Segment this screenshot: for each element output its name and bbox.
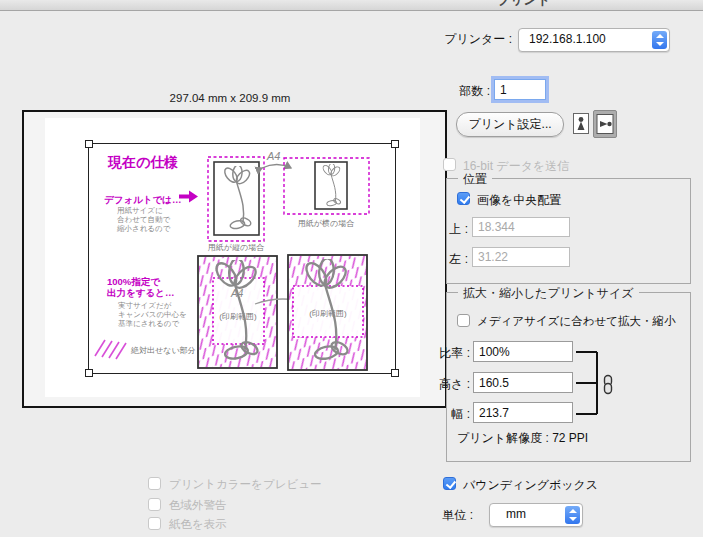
- printer-label: プリンター :: [420, 31, 512, 48]
- unit-dropdown[interactable]: mm: [489, 503, 583, 527]
- paper-dimensions-label: 297.04 mm x 209.9 mm: [90, 92, 370, 104]
- center-image-checkbox[interactable]: [457, 192, 470, 205]
- show-paper-white-label: 紙色を表示: [169, 517, 227, 532]
- bounding-box-label: バウンディングボックス: [463, 477, 598, 494]
- window-titlebar[interactable]: プリント: [0, 0, 703, 11]
- fit-media-label: メディアサイズに合わせて拡大・縮小: [477, 314, 675, 329]
- bbox-handle-bottom-right[interactable]: [391, 369, 399, 377]
- print-settings-button[interactable]: プリント設定...: [456, 112, 564, 137]
- bbox-handle-top-left[interactable]: [85, 140, 93, 148]
- sketch-note: 縮小されるので: [117, 224, 171, 233]
- sketch-print-area-right: (印刷範囲): [309, 309, 347, 318]
- sketch-note: 合わせて自動で: [117, 215, 171, 224]
- sketch-portrait-caption: 用紙が縦の場合: [208, 243, 264, 252]
- sketch-title: 現在の仕様: [107, 154, 178, 170]
- position-left-input[interactable]: [472, 247, 570, 267]
- bbox-handle-bottom-left[interactable]: [85, 369, 93, 377]
- sketch-landscape-caption: 用紙が横の場合: [298, 219, 354, 228]
- copies-input[interactable]: [494, 79, 546, 100]
- artwork-sketch: 現在の仕様 デフォルトでは… 用紙サイズに 合わせて自動で 縮小されるので 用紙…: [89, 144, 395, 373]
- unit-label: 単位 :: [425, 507, 473, 524]
- portrait-orientation-icon[interactable]: [572, 112, 590, 135]
- printer-value: 192.168.1.100: [529, 32, 606, 46]
- position-legend: 位置: [458, 171, 492, 188]
- sketch-note: キャンバスの中心を: [118, 310, 187, 319]
- printer-stepper-icon[interactable]: [652, 31, 667, 49]
- sketch-note: 実寸サイズだが: [118, 301, 172, 310]
- sketch-100-heading: 100%指定で: [107, 276, 161, 287]
- position-left-label: 左 :: [430, 251, 468, 268]
- scale-input[interactable]: [473, 341, 573, 362]
- copies-label: 部数 :: [430, 83, 490, 100]
- link-icon[interactable]: [601, 374, 615, 395]
- print-resolution-label: プリント解像度 : 72 PPI: [457, 430, 588, 447]
- preview-print-colors-label: プリントカラーをプレビュー: [169, 477, 321, 492]
- width-input[interactable]: [473, 402, 573, 423]
- height-input[interactable]: [473, 372, 573, 393]
- sketch-print-area-left: (印刷範囲): [219, 312, 257, 321]
- print-dialog: プリント 297.04 mm x 209.9 mm: [0, 0, 703, 537]
- printer-dropdown[interactable]: 192.168.1.100: [518, 28, 670, 52]
- sketch-hatch-caption: 絶対出せない部分: [130, 346, 196, 355]
- scaled-print-size-legend: 拡大・縮小したプリントサイズ: [458, 285, 639, 302]
- bounding-box-checkbox[interactable]: [443, 477, 456, 490]
- unit-value: mm: [506, 507, 526, 521]
- scale-label: 比率 :: [420, 345, 470, 362]
- unit-stepper-icon[interactable]: [565, 506, 580, 524]
- gamut-warning-label: 色域外警告: [169, 498, 227, 513]
- show-paper-white-checkbox[interactable]: [148, 517, 161, 530]
- center-image-label: 画像を中央配置: [477, 192, 561, 209]
- sketch-note: 用紙サイズに: [117, 206, 163, 215]
- preview-print-colors-checkbox[interactable]: [148, 477, 161, 490]
- print-preview: 現在の仕様 デフォルトでは… 用紙サイズに 合わせて自動で 縮小されるので 用紙…: [22, 110, 447, 408]
- send-16bit-checkbox[interactable]: [443, 158, 456, 171]
- height-label: 高さ :: [420, 376, 470, 393]
- magenta-arrow-icon: [179, 191, 198, 203]
- landscape-orientation-button[interactable]: [593, 110, 617, 138]
- sketch-note: 基準にされるので: [118, 319, 179, 328]
- image-bounding-box[interactable]: 現在の仕様 デフォルトでは… 用紙サイズに 合わせて自動で 縮小されるので 用紙…: [88, 143, 396, 374]
- position-top-input[interactable]: [472, 217, 570, 237]
- bbox-handle-top-right[interactable]: [391, 140, 399, 148]
- sketch-100-heading: 出力をすると…: [107, 287, 174, 298]
- fit-media-checkbox[interactable]: [457, 314, 470, 327]
- gamut-warning-checkbox[interactable]: [148, 498, 161, 511]
- sketch-default-heading: デフォルトでは…: [104, 194, 182, 205]
- landscape-orientation-icon: [594, 111, 616, 137]
- width-label: 幅 :: [420, 406, 470, 423]
- position-top-label: 上 :: [430, 221, 468, 238]
- sketch-a4-top: A4: [266, 150, 280, 162]
- window-title: プリント: [497, 0, 550, 9]
